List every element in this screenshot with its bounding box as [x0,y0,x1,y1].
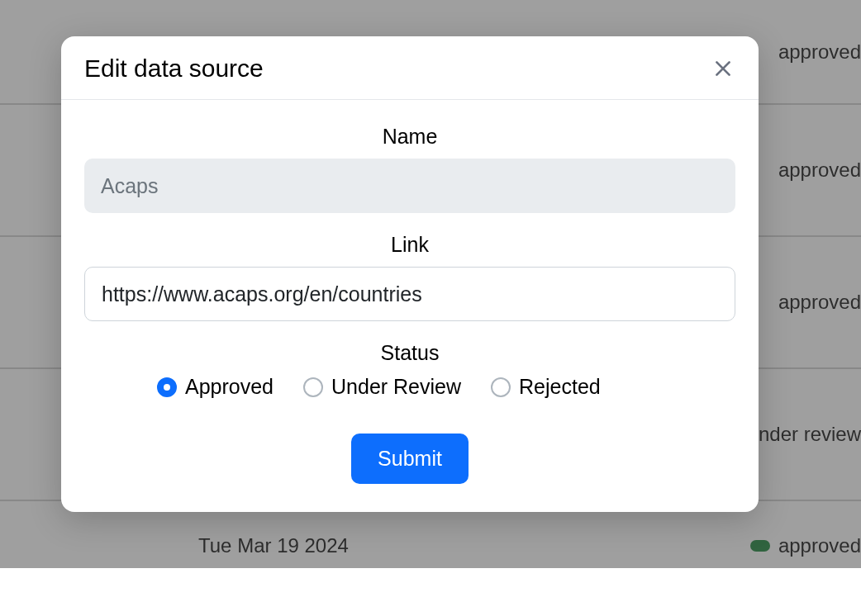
status-radio-group: Approved Under Review Rejected [84,375,735,399]
submit-row: Submit [84,434,735,484]
link-field-group: Link [84,233,735,321]
name-input [84,159,735,213]
modal-header: Edit data source [61,36,759,100]
modal-body: Name Link Status Approved Under Review [61,100,759,512]
modal-title: Edit data source [84,54,264,83]
link-label: Link [84,233,735,257]
status-radio-rejected[interactable]: Rejected [491,375,601,399]
radio-label: Rejected [519,375,601,399]
radio-label: Approved [185,375,274,399]
name-field-group: Name [84,125,735,213]
close-button[interactable] [711,56,735,81]
status-field-group: Status Approved Under Review Rejected [84,341,735,399]
status-label: Status [84,341,735,365]
edit-data-source-modal: Edit data source Name Link Status Approv… [61,36,759,512]
status-radio-approved[interactable]: Approved [157,375,274,399]
status-radio-under-review[interactable]: Under Review [303,375,461,399]
submit-button[interactable]: Submit [351,434,469,484]
radio-icon [157,377,177,397]
name-label: Name [84,125,735,149]
radio-label: Under Review [331,375,461,399]
radio-icon [303,377,323,397]
close-icon [712,58,734,79]
link-input[interactable] [84,267,735,321]
radio-icon [491,377,511,397]
